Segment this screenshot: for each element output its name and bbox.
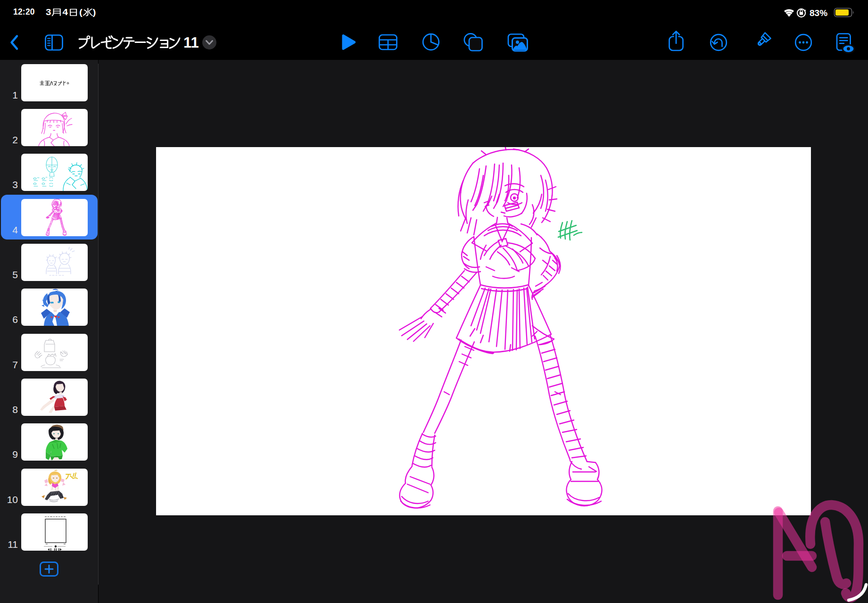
svg-text:11: 11: [183, 34, 199, 51]
svg-text:4: 4: [63, 8, 68, 17]
svg-text:3: 3: [46, 8, 51, 17]
svg-text:(: (: [79, 8, 83, 17]
svg-text:): ): [93, 8, 96, 17]
svg-text:83%: 83%: [810, 8, 827, 18]
